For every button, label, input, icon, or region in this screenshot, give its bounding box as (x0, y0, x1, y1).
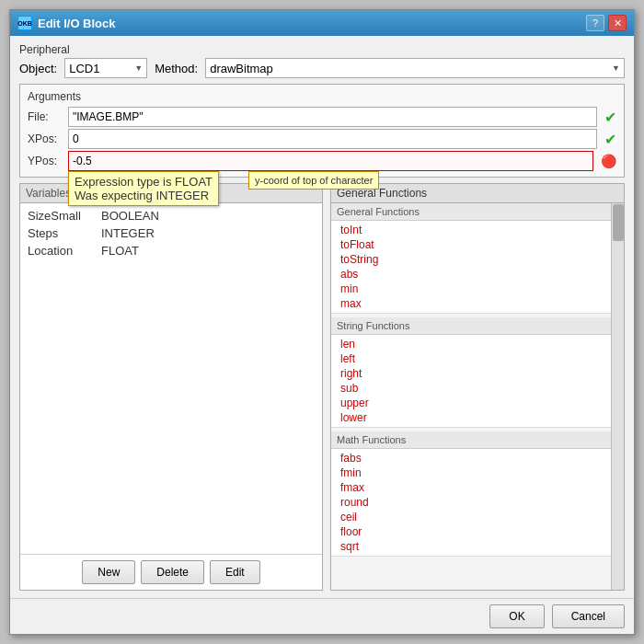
peripheral-row: Object: LCD1 ▼ Method: drawBitmap ▼ (19, 58, 625, 78)
func-floor[interactable]: floor (331, 524, 611, 539)
titlebar: OKB Edit I/O Block ? ✕ (10, 10, 634, 36)
functions-panel: General Functions General Functions toIn… (330, 183, 625, 591)
func-fabs[interactable]: fabs (331, 451, 611, 466)
method-value: drawBitmap (210, 62, 273, 75)
titlebar-buttons: ? ✕ (586, 15, 627, 31)
func-len[interactable]: len (331, 337, 611, 351)
close-button[interactable]: ✕ (608, 15, 627, 31)
var-type-location: FLOAT (101, 244, 139, 258)
general-functions-items: toInt toFloat toString abs min max (331, 221, 611, 314)
error-line2: Was expecting INTEGER (75, 189, 213, 202)
ypos-label: YPos: (28, 155, 64, 167)
func-sub[interactable]: sub (331, 381, 611, 396)
var-type-steps: INTEGER (101, 226, 155, 240)
titlebar-left: OKB Edit I/O Block (17, 16, 116, 30)
ok-button[interactable]: OK (489, 604, 544, 628)
xpos-label: XPos: (28, 132, 64, 145)
object-combo-arrow: ▼ (134, 63, 143, 73)
file-row: File: ✔ (28, 107, 616, 127)
content-area: Peripheral Object: LCD1 ▼ Method: drawBi… (10, 36, 634, 598)
string-functions-items: len left right sub upper lower (331, 335, 611, 428)
method-label: Method: (155, 62, 198, 75)
general-functions-title: General Functions (331, 203, 611, 221)
functions-list: General Functions toInt toFloat toString… (331, 203, 611, 590)
func-toFloat[interactable]: toFloat (331, 237, 611, 252)
variables-list: SizeSmall BOOLEAN Steps INTEGER Location… (20, 203, 322, 554)
func-right[interactable]: right (331, 366, 611, 381)
func-toInt[interactable]: toInt (331, 223, 611, 237)
func-lower[interactable]: lower (331, 410, 611, 425)
main-window: OKB Edit I/O Block ? ✕ Peripheral Object… (9, 9, 635, 635)
xpos-row: XPos: ✔ (28, 129, 616, 149)
bottom-bar: OK Cancel (10, 598, 634, 634)
functions-scrollbar[interactable] (611, 203, 624, 590)
method-combo[interactable]: drawBitmap ▼ (205, 58, 625, 78)
app-icon: OKB (17, 16, 32, 30)
string-functions-section: String Functions len left right sub uppe… (331, 317, 611, 428)
scrollbar-thumb (613, 204, 624, 241)
functions-wrapper: General Functions toInt toFloat toString… (331, 203, 624, 590)
variables-footer: New Delete Edit (20, 554, 322, 590)
func-toString[interactable]: toString (331, 252, 611, 267)
math-functions-items: fabs fmin fmax round ceil floor sqrt (331, 449, 611, 557)
object-label: Object: (19, 62, 57, 75)
file-label: File: (28, 110, 64, 123)
error-line1: Expression type is FLOAT (75, 175, 213, 189)
func-ceil[interactable]: ceil (331, 510, 611, 524)
peripheral-label: Peripheral (19, 43, 625, 56)
func-abs[interactable]: abs (331, 267, 611, 282)
bottom-section: Variables SizeSmall BOOLEAN Steps INTEGE… (19, 183, 625, 591)
ypos-error-icon: 🔴 (601, 154, 616, 168)
hint-tooltip: y-coord of top of character (248, 171, 379, 190)
func-fmin[interactable]: fmin (331, 466, 611, 480)
arguments-fields: File: ✔ XPos: ✔ YPos: 🔴 Ex (28, 107, 616, 171)
delete-button[interactable]: Delete (141, 560, 204, 584)
file-input[interactable] (68, 107, 597, 127)
edit-button[interactable]: Edit (210, 560, 260, 584)
func-fmax[interactable]: fmax (331, 480, 611, 495)
var-item-location: Location FLOAT (24, 242, 318, 259)
var-name-location: Location (28, 244, 92, 258)
xpos-input[interactable] (68, 129, 597, 149)
func-round[interactable]: round (331, 495, 611, 510)
method-combo-arrow: ▼ (612, 63, 620, 73)
help-button[interactable]: ? (586, 15, 604, 31)
func-sqrt[interactable]: sqrt (331, 539, 611, 554)
new-button[interactable]: New (82, 560, 135, 584)
var-item-sizesmall: SizeSmall BOOLEAN (24, 207, 318, 224)
var-name-steps: Steps (28, 226, 92, 240)
error-tooltip: Expression type is FLOAT Was expecting I… (68, 171, 219, 206)
ypos-input[interactable] (68, 151, 593, 171)
func-max[interactable]: max (331, 296, 611, 311)
math-functions-section: Math Functions fabs fmin fmax round ceil… (331, 431, 611, 557)
variables-panel: Variables SizeSmall BOOLEAN Steps INTEGE… (19, 183, 323, 591)
func-left[interactable]: left (331, 351, 611, 366)
func-min[interactable]: min (331, 282, 611, 296)
func-upper[interactable]: upper (331, 396, 611, 410)
ypos-row: YPos: 🔴 Expression type is FLOAT Was exp… (28, 151, 616, 171)
var-name-sizesmall: SizeSmall (28, 209, 92, 223)
window-title: Edit I/O Block (38, 17, 116, 30)
arguments-section: Arguments File: ✔ XPos: ✔ YPos: (19, 84, 625, 178)
object-value: LCD1 (69, 62, 99, 75)
cancel-button[interactable]: Cancel (552, 604, 625, 628)
var-item-steps: Steps INTEGER (24, 224, 318, 242)
object-combo[interactable]: LCD1 ▼ (64, 58, 147, 78)
xpos-check-icon: ✔ (604, 131, 616, 148)
peripheral-section: Peripheral Object: LCD1 ▼ Method: drawBi… (19, 43, 625, 78)
arguments-label: Arguments (28, 90, 616, 103)
file-check-icon: ✔ (604, 109, 616, 126)
general-functions-section: General Functions toInt toFloat toString… (331, 203, 611, 314)
var-type-sizesmall: BOOLEAN (101, 209, 159, 223)
string-functions-title: String Functions (331, 317, 611, 335)
math-functions-title: Math Functions (331, 431, 611, 449)
